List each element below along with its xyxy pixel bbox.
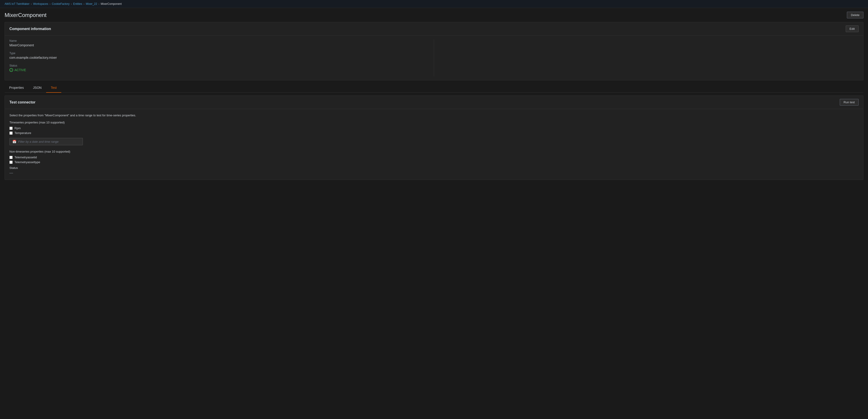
component-info-header: Component information Edit <box>5 22 863 36</box>
component-info-section: Component information Edit Name MixerCom… <box>5 22 863 80</box>
breadcrumb-sep-5: › <box>98 2 99 5</box>
date-range-placeholder: Filter by a date and time range <box>18 140 59 143</box>
status-label: Status <box>9 64 429 67</box>
status-active-icon: ✓ <box>9 68 13 72</box>
breadcrumb-sep-3: › <box>71 2 72 5</box>
info-grid: Name MixerComponent Type com.example.coo… <box>9 39 859 76</box>
tabs-container: Properties JSON Test <box>5 83 863 93</box>
checkbox-telemetryassettype[interactable]: Telemetryassettype <box>9 160 859 164</box>
test-connector-title: Test connector <box>9 100 36 104</box>
date-range-container: 📅 Filter by a date and time range <box>9 138 859 145</box>
breadcrumb-item-entities[interactable]: Entities <box>73 2 82 5</box>
rpm-checkbox[interactable] <box>9 127 12 130</box>
name-field: Name MixerComponent <box>9 39 429 47</box>
breadcrumb-sep-2: › <box>50 2 51 5</box>
component-info-title: Component information <box>9 27 51 31</box>
status-value: ✓ ACTIVE <box>9 68 429 72</box>
test-connector-section: Test connector Run test Select the prope… <box>5 95 863 180</box>
tab-properties[interactable]: Properties <box>5 83 28 93</box>
component-info-content: Name MixerComponent Type com.example.coo… <box>5 36 863 80</box>
temperature-checkbox[interactable] <box>9 131 12 135</box>
edit-button[interactable]: Edit <box>846 26 859 32</box>
tab-test[interactable]: Test <box>46 83 61 93</box>
main-content: Component information Edit Name MixerCom… <box>0 22 868 180</box>
telemetryassetid-checkbox[interactable] <box>9 156 12 159</box>
calendar-icon: 📅 <box>12 140 16 143</box>
name-label: Name <box>9 39 429 42</box>
connector-status-section: Status — <box>9 166 859 175</box>
rpm-label[interactable]: Rpm <box>14 126 21 130</box>
telemetryassettype-checkbox[interactable] <box>9 161 12 164</box>
info-col-right <box>434 39 859 76</box>
page-header: MixerComponent Delete <box>0 8 868 22</box>
status-field: Status ✓ ACTIVE <box>9 64 429 72</box>
type-value: com.example.cookiefactory.mixer <box>9 56 429 59</box>
type-label: Type <box>9 52 429 55</box>
breadcrumb-item-aws[interactable]: AWS IoT TwinMaker <box>5 2 29 5</box>
connector-status-value: — <box>9 171 859 175</box>
type-field: Type com.example.cookiefactory.mixer <box>9 52 429 59</box>
breadcrumb: AWS IoT TwinMaker › Workspaces › CookieF… <box>0 0 868 8</box>
connector-status-label: Status <box>9 166 859 169</box>
telemetryassetid-label[interactable]: Telemetryassetid <box>14 156 37 159</box>
checkbox-telemetryassetid[interactable]: Telemetryassetid <box>9 156 859 159</box>
name-value: MixerComponent <box>9 43 429 47</box>
page-title: MixerComponent <box>5 12 46 19</box>
checkbox-rpm[interactable]: Rpm <box>9 126 859 130</box>
breadcrumb-current: MixerComponent <box>101 2 122 5</box>
info-col-left: Name MixerComponent Type com.example.coo… <box>9 39 434 76</box>
test-connector-content: Select the properties from "MixerCompone… <box>5 109 863 180</box>
breadcrumb-sep-4: › <box>84 2 85 5</box>
date-range-input[interactable]: 📅 Filter by a date and time range <box>9 138 83 145</box>
breadcrumb-sep-1: › <box>31 2 32 5</box>
breadcrumb-item-cookiefactory[interactable]: CookieFactory <box>52 2 69 5</box>
temperature-label[interactable]: Temperature <box>14 131 31 135</box>
checkbox-temperature[interactable]: Temperature <box>9 131 859 135</box>
breadcrumb-item-workspaces[interactable]: Workspaces <box>33 2 48 5</box>
telemetryassettype-label[interactable]: Telemetryassettype <box>14 160 40 164</box>
tab-json[interactable]: JSON <box>28 83 46 93</box>
timeseries-label: Timeseries properties (max 10 supported) <box>9 121 859 124</box>
non-timeseries-label: Non-timeseries properties (max 10 suppor… <box>9 150 859 153</box>
delete-button[interactable]: Delete <box>847 12 863 19</box>
breadcrumb-item-mixer22[interactable]: Mixer_22 <box>86 2 97 5</box>
status-text: ACTIVE <box>14 68 26 72</box>
description-text: Select the properties from "MixerCompone… <box>9 114 859 117</box>
run-test-button[interactable]: Run test <box>840 99 859 105</box>
test-connector-header: Test connector Run test <box>5 96 863 109</box>
